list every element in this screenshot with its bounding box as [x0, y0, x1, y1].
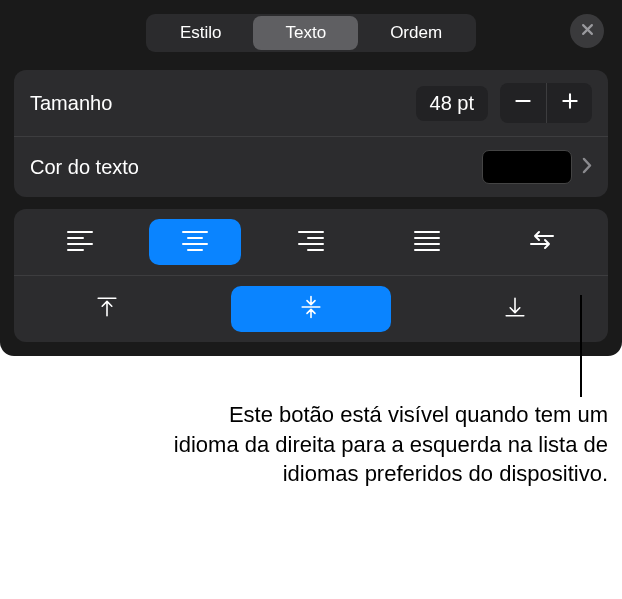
vertical-alignment-row: [14, 275, 608, 342]
valign-top-button[interactable]: [61, 286, 153, 332]
decrease-button[interactable]: [500, 83, 546, 123]
size-value[interactable]: 48 pt: [416, 86, 488, 121]
align-right-icon: [296, 228, 326, 256]
panel-header: Estilo Texto Ordem: [0, 0, 622, 64]
close-icon: [580, 22, 595, 41]
close-button[interactable]: [570, 14, 604, 48]
align-center-button[interactable]: [149, 219, 241, 265]
valign-bottom-button[interactable]: [469, 286, 561, 332]
alignment-block: [14, 209, 608, 342]
color-swatch[interactable]: [482, 150, 572, 184]
property-rows: Tamanho 48 pt Cor do texto: [14, 70, 608, 197]
segmented-control: Estilo Texto Ordem: [146, 14, 476, 52]
minus-icon: [513, 91, 533, 116]
callout-line: [580, 295, 582, 397]
align-left-icon: [65, 228, 95, 256]
tab-order[interactable]: Ordem: [358, 16, 474, 50]
text-format-panel: Estilo Texto Ordem Tamanho 48 pt: [0, 0, 622, 356]
horizontal-alignment-row: [14, 209, 608, 275]
caption-text: Este botão está visível quando tem um id…: [158, 400, 608, 489]
align-justify-icon: [412, 228, 442, 256]
align-right-button[interactable]: [265, 219, 357, 265]
align-rtl-button[interactable]: [496, 219, 588, 265]
valign-middle-icon: [296, 295, 326, 323]
text-color-row[interactable]: Cor do texto: [14, 136, 608, 197]
align-rtl-icon: [527, 228, 557, 256]
align-left-button[interactable]: [34, 219, 126, 265]
tab-text[interactable]: Texto: [253, 16, 358, 50]
align-justify-button[interactable]: [381, 219, 473, 265]
align-center-icon: [180, 228, 210, 256]
size-label: Tamanho: [30, 92, 416, 115]
chevron-right-icon: [582, 156, 592, 179]
valign-middle-button[interactable]: [231, 286, 391, 332]
valign-top-icon: [92, 295, 122, 323]
tab-style[interactable]: Estilo: [148, 16, 254, 50]
increase-button[interactable]: [546, 83, 592, 123]
plus-icon: [560, 91, 580, 116]
size-row: Tamanho 48 pt: [14, 70, 608, 136]
valign-bottom-icon: [500, 295, 530, 323]
size-stepper: [500, 83, 592, 123]
text-color-label: Cor do texto: [30, 156, 482, 179]
